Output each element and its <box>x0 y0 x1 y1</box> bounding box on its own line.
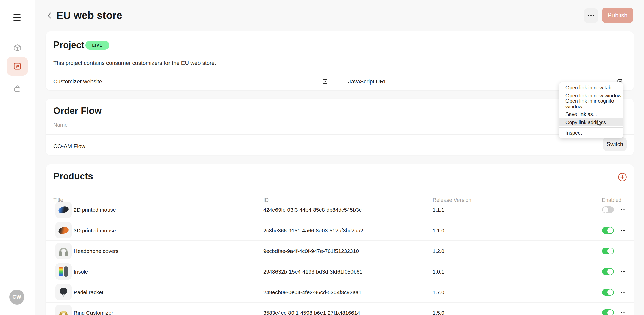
shopping-bag-icon <box>13 84 21 93</box>
order-flow-heading: Order Flow <box>53 106 102 116</box>
product-title: Ring Customizer <box>74 303 113 315</box>
ellipsis-icon <box>621 251 622 252</box>
ellipsis-icon <box>621 312 622 313</box>
enabled-toggle[interactable] <box>602 268 614 275</box>
external-link-square-icon <box>13 62 21 70</box>
divider <box>46 134 634 135</box>
ellipsis-icon <box>621 230 622 231</box>
order-flow-card: Order Flow Name CO-AM Flow Switch <box>46 99 634 155</box>
back-button[interactable] <box>46 11 53 20</box>
cube-icon <box>13 44 21 52</box>
menu-item-open-incognito[interactable]: Open link in incognito window <box>559 100 623 108</box>
row-menu-button[interactable] <box>618 199 628 220</box>
table-row: Insole 2948632b-15e4-4193-bd3d-3fd61f050… <box>46 261 634 282</box>
customizer-website-link[interactable]: Customizer website <box>46 73 339 90</box>
products-table: 2D printed mouse 424e69fe-03f3-44b4-85c8… <box>46 199 634 315</box>
menu-item-save-link-as[interactable]: Save link as... <box>559 110 623 118</box>
ellipsis-icon <box>621 271 622 272</box>
sidebar: CW <box>0 0 35 315</box>
product-thumbnail <box>55 202 72 218</box>
product-id: 3583c4ec-80f1-4598-b6e1-27f1cf816614 <box>263 303 360 315</box>
product-id: 2948632b-15e4-4193-bd3d-3fd61f050b61 <box>263 261 362 282</box>
enabled-toggle[interactable] <box>602 248 614 254</box>
sidebar-item-store[interactable] <box>7 79 28 98</box>
enabled-toggle[interactable] <box>602 227 614 234</box>
row-menu-button[interactable] <box>618 282 628 303</box>
menu-hamburger-button[interactable] <box>13 14 21 21</box>
product-id: 9ecbdfae-9a4f-4c0f-947e-761f51232310 <box>263 241 359 261</box>
customizer-website-label: Customizer website <box>53 78 102 85</box>
enabled-toggle[interactable] <box>602 289 614 296</box>
add-product-button[interactable] <box>618 172 627 182</box>
page-title: EU web store <box>56 10 122 21</box>
project-heading: Project <box>53 40 84 50</box>
product-id: 249ecb09-0e04-4fe2-96cd-5304f8c92aa1 <box>263 282 361 303</box>
product-title: 3D printed mouse <box>74 220 116 241</box>
product-thumbnail <box>55 284 72 300</box>
name-column-header: Name <box>53 122 68 128</box>
product-thumbnail <box>55 305 72 315</box>
switch-button[interactable]: Switch <box>603 137 627 151</box>
row-menu-button[interactable] <box>618 241 628 261</box>
context-menu: Open link in new tab Open link in new wi… <box>559 82 623 138</box>
menu-separator <box>559 127 623 128</box>
status-badge: LIVE <box>85 41 109 50</box>
external-link-icon <box>322 79 328 84</box>
flow-name: CO-AM Flow <box>53 137 85 155</box>
publish-button[interactable]: Publish <box>602 8 633 23</box>
ellipsis-icon <box>621 292 622 293</box>
page: { "colors": { "accent": "#C8492C", "acce… <box>0 0 644 315</box>
menu-item-copy-link-address[interactable]: Copy link address <box>559 118 623 126</box>
enabled-toggle[interactable] <box>602 206 614 213</box>
table-row: Ring Customizer 3583c4ec-80f1-4598-b6e1-… <box>46 302 634 315</box>
ellipsis-icon <box>588 15 589 16</box>
product-thumbnail <box>55 222 72 238</box>
product-title: Padel racket <box>74 282 103 303</box>
products-heading: Products <box>53 171 93 182</box>
ellipsis-icon <box>621 209 622 210</box>
project-card: Project LIVE This project contains consu… <box>46 31 634 90</box>
row-menu-button[interactable] <box>618 261 628 282</box>
sidebar-item-projects[interactable] <box>7 57 28 76</box>
table-row: 2D printed mouse 424e69fe-03f3-44b4-85c8… <box>46 199 634 220</box>
product-thumbnail <box>55 243 72 259</box>
product-version: 1.2.0 <box>433 241 444 261</box>
product-version: 1.1.0 <box>433 220 444 241</box>
menu-item-inspect[interactable]: Inspect <box>559 129 623 137</box>
chevron-left-icon <box>46 16 53 21</box>
javascript-url-label: JavaScript URL <box>348 78 387 85</box>
product-version: 1.1.1 <box>433 199 444 220</box>
menu-item-open-new-tab[interactable]: Open link in new tab <box>559 83 623 92</box>
products-card: Products Title ID Release Version Enable… <box>46 164 634 315</box>
avatar[interactable]: CW <box>9 290 24 305</box>
project-links-row: Customizer website JavaScript URL <box>46 73 634 90</box>
row-menu-button[interactable] <box>618 220 628 241</box>
project-description: This project contains consumer customize… <box>53 60 216 66</box>
product-id: 424e69fe-03f3-44b4-85c8-db84dc545b3c <box>263 199 361 220</box>
table-row: Headphone covers 9ecbdfae-9a4f-4c0f-947e… <box>46 240 634 261</box>
table-row: 3D printed mouse 2c8be366-9151-4a66-8e03… <box>46 220 634 240</box>
table-row: Padel racket 249ecb09-0e04-4fe2-96cd-530… <box>46 282 634 302</box>
product-version: 1.7.0 <box>433 282 444 303</box>
enabled-toggle[interactable] <box>602 309 614 315</box>
product-version: 1.0.1 <box>433 261 444 282</box>
product-thumbnail <box>55 263 72 280</box>
plus-circle-icon <box>618 178 627 183</box>
product-version: 1.5.0 <box>433 303 444 315</box>
more-actions-button[interactable] <box>584 8 598 23</box>
product-id: 2c8be366-9151-4a66-8e03-512af3bc2aa2 <box>263 220 363 241</box>
product-title: Insole <box>74 261 88 282</box>
product-title: 2D printed mouse <box>74 199 116 220</box>
sidebar-item-models[interactable] <box>7 38 28 57</box>
product-title: Headphone covers <box>74 241 118 261</box>
row-menu-button[interactable] <box>618 303 628 315</box>
